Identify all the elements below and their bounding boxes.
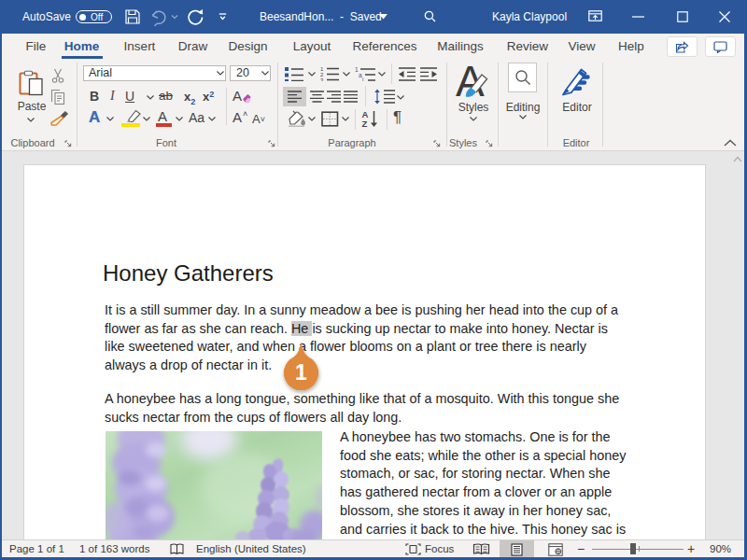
svg-text:3: 3: [320, 77, 324, 82]
svg-text:1: 1: [295, 360, 307, 385]
svg-text:i: i: [362, 77, 363, 81]
svg-text:Z: Z: [362, 119, 368, 128]
